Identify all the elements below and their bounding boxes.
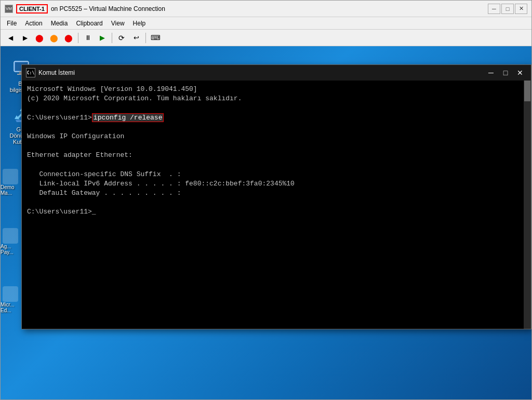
cmd-scrollbar[interactable] (524, 81, 531, 329)
cmd-highlighted-command: ipconfig /release (92, 113, 164, 122)
toolbar-red2[interactable]: ⬤ (62, 32, 75, 44)
title-bar-controls: ─ □ ✕ (488, 4, 527, 14)
cmd-scrollbar-thumb (524, 81, 530, 101)
toolbar: ◀ ▶ ⬤ ⬤ ⬤ ⏸ ▶ ⟳ ↩ ⌨ (1, 30, 531, 46)
partial-icon-3 (3, 286, 18, 302)
cmd-title-icon: C:\ (26, 68, 35, 77)
menu-bar: File Action Media Clipboard View Help (1, 17, 531, 30)
partial-icon-3-label: Micr... Ed... (1, 302, 20, 313)
partial-icon-2-label: Ag... Pay... (1, 244, 20, 255)
menu-media[interactable]: Media (47, 19, 72, 28)
menu-file[interactable]: File (3, 19, 21, 28)
title-bar: VM CLIENT-1 on PC5525 – Virtual Machine … (1, 1, 531, 17)
desktop: Bu bilgisayar Geri Dönüşüm Kutusu Demo M… (1, 46, 531, 399)
partial-icon-2 (3, 228, 18, 244)
vm-icon: VM (5, 5, 13, 13)
title-bar-left: VM CLIENT-1 on PC5525 – Virtual Machine … (5, 4, 488, 14)
outer-window: VM CLIENT-1 on PC5525 – Virtual Machine … (0, 0, 532, 400)
cmd-output: Microsoft Windows [Version 10.0.19041.45… (27, 85, 526, 217)
toolbar-sep3 (145, 33, 146, 43)
toolbar-play[interactable]: ▶ (96, 32, 109, 44)
cmd-close-btn[interactable]: ✕ (513, 67, 527, 78)
client-badge: CLIENT-1 (16, 4, 48, 14)
toolbar-keyboard[interactable]: ⌨ (149, 32, 162, 44)
cmd-title-controls: ─ □ ✕ (484, 67, 527, 78)
toolbar-stop[interactable]: ⬤ (33, 32, 46, 44)
toolbar-pause[interactable]: ⏸ (81, 32, 95, 44)
menu-action[interactable]: Action (21, 19, 46, 28)
toolbar-sep2 (112, 33, 112, 43)
desktop-icon-partial2[interactable]: Ag... Pay... (1, 228, 20, 255)
cmd-title-text: Komut İstemi (38, 69, 484, 76)
toolbar-forward[interactable]: ▶ (18, 32, 32, 44)
toolbar-sep1 (78, 33, 78, 43)
cmd-maximize-btn[interactable]: □ (499, 67, 512, 78)
cmd-body[interactable]: Microsoft Windows [Version 10.0.19041.45… (22, 81, 531, 329)
partial-icon-1 (3, 169, 18, 184)
toolbar-orange[interactable]: ⬤ (47, 32, 61, 44)
menu-clipboard[interactable]: Clipboard (72, 19, 107, 28)
toolbar-back[interactable]: ◀ (4, 32, 17, 44)
toolbar-refresh[interactable]: ⟳ (115, 32, 128, 44)
minimize-button[interactable]: ─ (488, 4, 500, 14)
maximize-button[interactable]: □ (501, 4, 514, 14)
cmd-minimize-btn[interactable]: ─ (484, 67, 498, 78)
toolbar-undo[interactable]: ↩ (129, 32, 143, 44)
desktop-icon-partial1[interactable]: Demo Ma... (1, 169, 20, 196)
title-bar-text: on PC5525 – Virtual Machine Connection (51, 5, 165, 12)
menu-view[interactable]: View (107, 19, 129, 28)
menu-help[interactable]: Help (129, 19, 150, 28)
cmd-title-bar: C:\ Komut İstemi ─ □ ✕ (22, 65, 531, 81)
desktop-icon-partial3[interactable]: Micr... Ed... (1, 286, 20, 313)
partial-icon-1-label: Demo Ma... (1, 184, 20, 196)
close-button[interactable]: ✕ (515, 4, 527, 14)
cmd-window: C:\ Komut İstemi ─ □ ✕ Microsoft Windows… (21, 64, 531, 329)
